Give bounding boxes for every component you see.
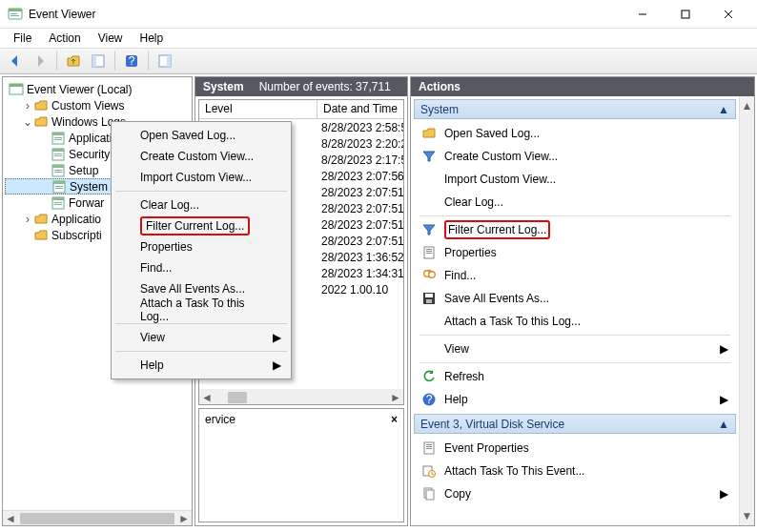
scroll-right-icon[interactable]: ►	[176, 511, 192, 526]
tree-label: System	[70, 180, 108, 194]
menu-action[interactable]: Action	[41, 31, 88, 46]
action-label: Save All Events As...	[444, 292, 549, 305]
context-label: Properties	[140, 240, 193, 254]
context-item[interactable]: Properties	[113, 236, 289, 257]
separator-icon	[114, 51, 115, 71]
action-item[interactable]: View▶	[414, 338, 736, 360]
tree-label: Setup	[69, 164, 98, 177]
context-item[interactable]: Find...	[113, 257, 289, 278]
context-item[interactable]: Open Saved Log...	[113, 125, 289, 146]
action-label: Refresh	[444, 370, 484, 383]
tree-item[interactable]: ›Custom Views	[5, 97, 190, 113]
expand-icon[interactable]: ›	[22, 213, 33, 226]
context-item[interactable]: View▶	[113, 327, 289, 348]
datetime-text: 28/2023 2:07:56	[317, 170, 403, 183]
collapse-icon[interactable]: ▲	[718, 418, 729, 431]
context-item[interactable]: Attach a Task To this Log...	[113, 299, 289, 320]
context-item[interactable]: Create Custom View...	[113, 146, 289, 167]
scroll-right-icon[interactable]: ►	[388, 390, 403, 405]
svg-text:?: ?	[129, 54, 135, 68]
action-item[interactable]: Find...	[414, 264, 736, 287]
window-title: Event Viewer	[29, 8, 621, 21]
svg-rect-26	[54, 170, 62, 171]
grid-hscrollbar[interactable]: ◄ ►	[199, 389, 403, 404]
context-label: Attach a Task To this Log...	[140, 297, 272, 323]
actions-vscrollbar[interactable]: ▲ ▼	[739, 96, 754, 525]
action-item[interactable]: ?Help▶	[414, 388, 736, 411]
tree-root[interactable]: Event Viewer (Local)	[5, 81, 190, 97]
scroll-down-icon[interactable]: ▼	[740, 508, 755, 523]
action-item[interactable]: Create Custom View...	[414, 145, 736, 168]
actions-section-system[interactable]: System ▲	[414, 99, 736, 119]
svg-rect-19	[54, 139, 62, 140]
svg-rect-17	[52, 133, 64, 135]
log-icon	[51, 147, 66, 162]
svg-rect-80	[426, 444, 432, 445]
action-item[interactable]: Import Custom View...	[414, 168, 736, 191]
action-item[interactable]: Filter Current Log...	[414, 218, 736, 241]
menu-help[interactable]: Help	[133, 31, 172, 46]
action-label: Filter Current Log...	[448, 223, 546, 236]
forward-button[interactable]	[29, 51, 51, 72]
context-item[interactable]: Clear Log...	[113, 194, 289, 215]
log-icon	[51, 195, 66, 211]
submenu-icon: ▶	[720, 342, 728, 356]
expand-icon[interactable]: ⌄	[22, 115, 33, 129]
col-datetime[interactable]: Date and Time	[317, 100, 403, 118]
action-item[interactable]: Properties	[414, 241, 736, 264]
help-button[interactable]: ?	[120, 51, 143, 72]
action-item[interactable]: Refresh	[414, 365, 736, 388]
close-icon[interactable]: ×	[391, 413, 398, 426]
tree-label: Security	[69, 148, 110, 161]
action-item[interactable]: Attach a Task To this Log...	[414, 310, 736, 333]
context-item[interactable]: Import Custom View...	[113, 167, 289, 188]
action-item[interactable]: Open Saved Log...	[414, 122, 736, 145]
action-pane-button[interactable]	[153, 51, 176, 72]
section-label: System	[420, 103, 459, 116]
maximize-button[interactable]	[664, 0, 706, 28]
scroll-left-icon[interactable]: ◄	[199, 390, 215, 405]
console-tree-button[interactable]	[87, 51, 110, 72]
scroll-left-icon[interactable]: ◄	[3, 511, 18, 526]
datetime-text: 8/28/2023 2:20:25	[317, 137, 403, 151]
action-item[interactable]: Clear Log...	[414, 191, 736, 214]
action-label: Find...	[444, 269, 476, 282]
svg-rect-30	[55, 186, 63, 187]
action-item[interactable]: Attach Task To This Event...	[414, 460, 736, 482]
folder-icon	[33, 228, 49, 243]
context-label: Filter Current Log...	[146, 219, 244, 233]
close-button[interactable]	[706, 0, 749, 28]
datetime-text: 28/2023 1:34:31	[317, 267, 403, 280]
minimize-button[interactable]	[621, 0, 664, 28]
scroll-up-icon[interactable]: ▲	[740, 98, 755, 113]
expand-icon[interactable]: ›	[22, 99, 33, 113]
scroll-thumb[interactable]	[228, 392, 247, 403]
svg-rect-5	[682, 10, 689, 18]
refresh-icon	[421, 369, 437, 384]
scroll-thumb[interactable]	[20, 513, 174, 524]
context-item[interactable]: Filter Current Log...	[113, 215, 289, 236]
datetime-text: 28/2023 2:07:51	[317, 202, 403, 215]
datetime-text: 28/2023 2:07:51	[317, 235, 403, 248]
menu-view[interactable]: View	[91, 31, 131, 46]
svg-rect-22	[54, 153, 62, 154]
separator	[115, 351, 287, 352]
props-icon	[421, 245, 437, 260]
task-icon	[421, 463, 437, 479]
svg-rect-21	[52, 149, 64, 152]
context-item[interactable]: Help▶	[113, 355, 289, 376]
svg-rect-33	[52, 197, 64, 200]
actions-section-event[interactable]: Event 3, Virtual Disk Service ▲	[414, 414, 736, 434]
grid-header: Level Date and Time	[199, 100, 403, 119]
action-item[interactable]: Save All Events As...	[414, 287, 736, 310]
back-button[interactable]	[4, 51, 27, 72]
tree-label: Applicatio	[51, 213, 101, 226]
menu-file[interactable]: File	[6, 31, 39, 46]
tree-hscrollbar[interactable]: ◄ ►	[3, 510, 192, 525]
svg-rect-35	[54, 204, 62, 205]
action-item[interactable]: Copy▶	[414, 482, 736, 505]
folder-up-button[interactable]	[62, 51, 85, 72]
collapse-icon[interactable]: ▲	[718, 103, 729, 116]
col-level[interactable]: Level	[199, 100, 317, 118]
action-item[interactable]: Event Properties	[414, 437, 736, 460]
